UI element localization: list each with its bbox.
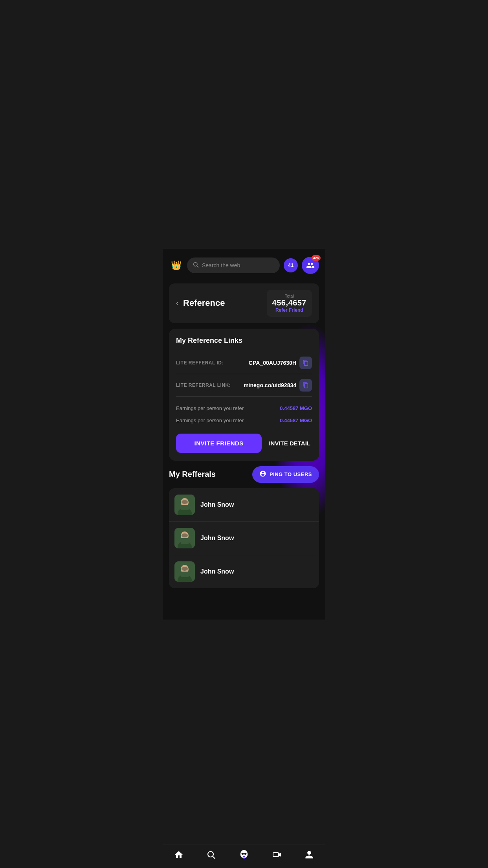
referral-id-value-wrap: CPA_00AUJ7630H [249,357,312,369]
top-bar: 👑 Search the web 41 425 [163,249,325,280]
copy-referral-id-button[interactable] [299,357,312,369]
svg-point-6 [182,500,188,504]
referral-id-row: LITE REFFERAL ID: CPA_00AUJ7630H [176,352,312,374]
back-arrow-icon: ‹ [176,299,178,307]
svg-point-16 [182,567,188,571]
referral-link-row: LITE REFERRAL LINK: minego.co/uid92834 [176,374,312,397]
svg-rect-5 [181,505,189,510]
referral-name-3: John Snow [200,568,234,575]
back-button[interactable]: ‹ Reference [176,298,225,308]
invite-detail-button[interactable]: INVITE DETAIL [267,440,312,447]
copy-referral-link-button[interactable] [299,379,312,392]
referrals-header: My Refferals PING TO USERS [169,466,319,483]
search-input-placeholder: Search the web [202,262,240,268]
svg-point-11 [182,533,188,537]
reference-links-card: My Reference Links LITE REFFERAL ID: CPA… [169,329,319,461]
header-card: ‹ Reference Total 456,4657 Refer Friend [169,283,319,323]
referral-item-3[interactable]: John Snow [169,555,319,588]
avatar-1 [174,495,195,515]
users-notification-badge: 425 [312,255,321,261]
referral-link-value: minego.co/uid92834 [244,382,296,388]
total-value: 456,4657 [272,298,306,307]
referral-list: John Snow John Snow [169,488,319,588]
earnings-label-2: Earnings per person you refer [176,417,244,423]
referrals-section: My Refferals PING TO USERS [169,466,319,588]
svg-rect-10 [181,538,189,544]
ping-button-label: PING TO USERS [270,471,312,477]
invite-friends-button[interactable]: INVITE FRIENDS [176,434,262,453]
referral-item-1[interactable]: John Snow [169,488,319,522]
avatar-2 [174,528,195,548]
referral-name-1: John Snow [200,501,234,508]
referrals-title: My Refferals [169,470,216,479]
users-button[interactable]: 425 [302,257,319,274]
avatar-3 [174,561,195,582]
total-label: Total [272,294,306,298]
refer-friend-link[interactable]: Refer Friend [272,307,306,313]
earnings-section: Earnings per person you refer 0.44587 MG… [176,402,312,427]
ping-icon [259,470,266,479]
crown-icon: 👑 [169,258,183,272]
referral-link-label: LITE REFERRAL LINK: [176,383,231,388]
svg-rect-15 [181,572,189,577]
search-icon [193,261,199,269]
reference-links-title: My Reference Links [176,337,312,345]
referral-name-2: John Snow [200,535,234,542]
notification-count-badge[interactable]: 41 [284,258,298,272]
action-buttons: INVITE FRIENDS INVITE DETAIL [176,434,312,453]
earnings-value-2: 0.44587 MGO [280,417,312,423]
referral-link-value-wrap: minego.co/uid92834 [244,379,312,392]
earnings-value-1: 0.44587 MGO [280,405,312,411]
ping-to-users-button[interactable]: PING TO USERS [252,466,319,483]
referral-id-label: LITE REFFERAL ID: [176,360,224,366]
search-bar[interactable]: Search the web [187,257,280,273]
total-box: Total 456,4657 Refer Friend [267,290,312,317]
earnings-label-1: Earnings per person you refer [176,405,244,411]
referral-id-value: CPA_00AUJ7630H [249,360,296,366]
svg-line-1 [197,266,198,267]
referral-item-2[interactable]: John Snow [169,522,319,555]
earnings-row-2: Earnings per person you refer 0.44587 MG… [176,414,312,427]
page-title: Reference [183,298,225,308]
earnings-row-1: Earnings per person you refer 0.44587 MG… [176,402,312,414]
